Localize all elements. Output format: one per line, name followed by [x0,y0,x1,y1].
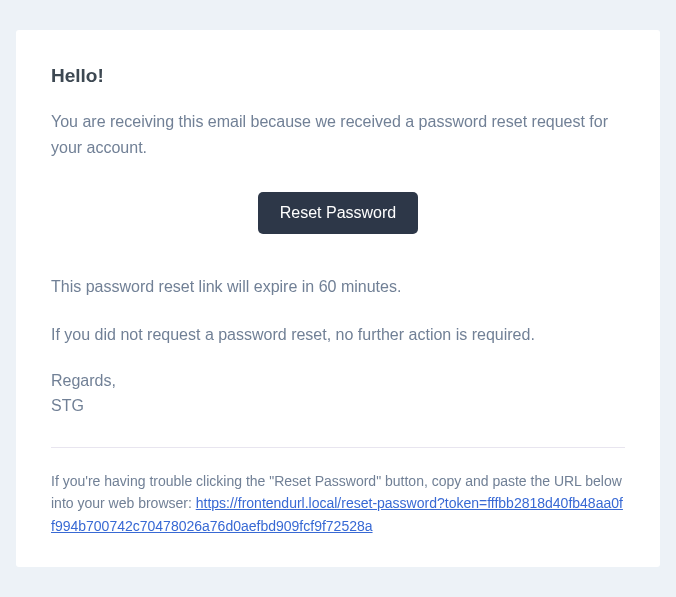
reset-password-button[interactable]: Reset Password [258,192,419,234]
regards-label: Regards, [51,372,116,389]
intro-text: You are receiving this email because we … [51,109,625,160]
button-wrapper: Reset Password [51,192,625,234]
no-request-text: If you did not request a password reset,… [51,322,625,348]
email-card: Hello! You are receiving this email beca… [16,30,660,567]
divider [51,447,625,448]
sender-name: STG [51,397,84,414]
expiry-text: This password reset link will expire in … [51,274,625,300]
signoff: Regards, STG [51,369,625,419]
subcopy: If you're having trouble clicking the "R… [51,470,625,537]
greeting-heading: Hello! [51,65,625,87]
